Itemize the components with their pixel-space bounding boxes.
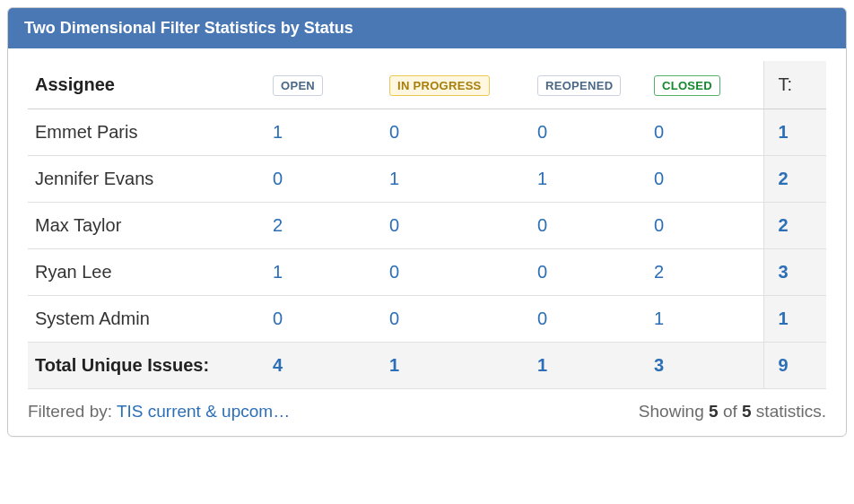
panel-footer: Filtered by: TIS current & upcom… Showin…	[8, 389, 846, 436]
cell-value[interactable]: 0	[530, 203, 647, 249]
cell-value[interactable]: 0	[647, 109, 763, 156]
totals-value[interactable]: 1	[382, 343, 530, 389]
cell-value[interactable]: 0	[382, 109, 530, 156]
assignee-name[interactable]: Jennifer Evans	[28, 156, 266, 203]
row-total[interactable]: 1	[763, 296, 826, 343]
assignee-name[interactable]: Max Taylor	[28, 203, 266, 249]
cell-value[interactable]: 0	[530, 109, 647, 156]
cell-value[interactable]: 0	[382, 249, 530, 296]
panel-title: Two Dimensional Filter Statistics by Sta…	[8, 8, 846, 48]
showing-prefix: Showing	[639, 402, 709, 421]
totals-row: Total Unique Issues: 4 1 1 3 9	[28, 343, 826, 389]
cell-value[interactable]: 2	[266, 203, 382, 249]
col-assignee: Assignee	[28, 61, 266, 109]
col-total: T:	[763, 61, 826, 109]
row-total[interactable]: 2	[763, 156, 826, 203]
table-row: Emmet Paris 1 0 0 0 1	[28, 109, 826, 156]
cell-value[interactable]: 0	[382, 203, 530, 249]
status-badge-in-progress: IN PROGRESS	[389, 75, 490, 96]
panel-body: Assignee OPEN IN PROGRESS REOPENED CLOSE…	[8, 48, 846, 389]
cell-value[interactable]: 0	[530, 296, 647, 343]
cell-value[interactable]: 2	[647, 249, 763, 296]
footer-count: Showing 5 of 5 statistics.	[639, 402, 826, 421]
totals-value[interactable]: 4	[266, 343, 382, 389]
col-status-open[interactable]: OPEN	[266, 61, 382, 109]
stats-panel: Two Dimensional Filter Statistics by Sta…	[7, 7, 847, 437]
totals-value[interactable]: 1	[530, 343, 647, 389]
row-total[interactable]: 1	[763, 109, 826, 156]
table-row: Jennifer Evans 0 1 1 0 2	[28, 156, 826, 203]
status-badge-open: OPEN	[273, 75, 323, 96]
footer-filter: Filtered by: TIS current & upcom…	[28, 402, 290, 421]
count-total: 5	[742, 402, 752, 421]
cell-value[interactable]: 0	[382, 296, 530, 343]
cell-value[interactable]: 0	[647, 156, 763, 203]
filter-link[interactable]: TIS current & upcom…	[117, 402, 290, 421]
grand-total[interactable]: 9	[763, 343, 826, 389]
cell-value[interactable]: 1	[530, 156, 647, 203]
col-status-reopened[interactable]: REOPENED	[530, 61, 647, 109]
cell-value[interactable]: 0	[530, 249, 647, 296]
col-status-in-progress[interactable]: IN PROGRESS	[382, 61, 530, 109]
cell-value[interactable]: 0	[266, 156, 382, 203]
assignee-name[interactable]: Emmet Paris	[28, 109, 266, 156]
showing-suffix: statistics.	[752, 402, 826, 421]
cell-value[interactable]: 1	[266, 249, 382, 296]
assignee-name[interactable]: System Admin	[28, 296, 266, 343]
totals-label: Total Unique Issues:	[28, 343, 266, 389]
status-badge-closed: CLOSED	[654, 75, 720, 96]
filtered-by-label: Filtered by:	[28, 402, 117, 421]
count-shown: 5	[709, 402, 719, 421]
cell-value[interactable]: 1	[266, 109, 382, 156]
table-row: Max Taylor 2 0 0 0 2	[28, 203, 826, 249]
cell-value[interactable]: 1	[647, 296, 763, 343]
col-status-closed[interactable]: CLOSED	[647, 61, 763, 109]
row-total[interactable]: 3	[763, 249, 826, 296]
table-row: Ryan Lee 1 0 0 2 3	[28, 249, 826, 296]
totals-value[interactable]: 3	[647, 343, 763, 389]
showing-of: of	[719, 402, 742, 421]
stats-table: Assignee OPEN IN PROGRESS REOPENED CLOSE…	[28, 61, 826, 389]
row-total[interactable]: 2	[763, 203, 826, 249]
assignee-name[interactable]: Ryan Lee	[28, 249, 266, 296]
cell-value[interactable]: 0	[266, 296, 382, 343]
table-row: System Admin 0 0 0 1 1	[28, 296, 826, 343]
status-badge-reopened: REOPENED	[537, 75, 621, 96]
cell-value[interactable]: 0	[647, 203, 763, 249]
cell-value[interactable]: 1	[382, 156, 530, 203]
